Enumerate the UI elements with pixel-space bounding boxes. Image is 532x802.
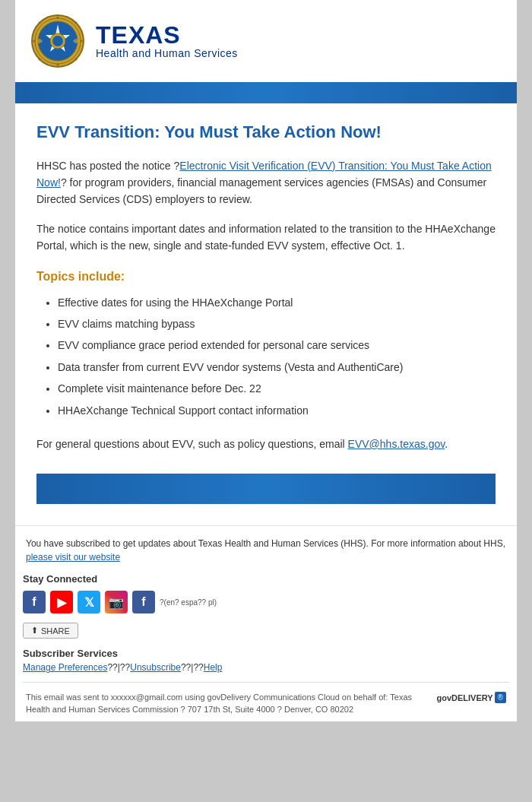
svg-point-10 xyxy=(39,22,41,24)
instagram-icon[interactable]: 📷 xyxy=(105,591,128,613)
topics-heading: Topics include: xyxy=(36,270,496,284)
visit-website-link[interactable]: please visit our website xyxy=(26,552,120,563)
footer-bottom-text: This email was sent to xxxxxx@gmail.com … xyxy=(26,692,427,715)
subscriber-links: Manage Preferences??|??Unsubscribe??|??H… xyxy=(23,662,509,673)
email-header: TEXAS Health and Human Services xyxy=(15,0,517,82)
unsubscribe-link[interactable]: Unsubscribe xyxy=(130,662,181,673)
body-paragraph: The notice contains important dates and … xyxy=(36,220,496,255)
closing-after-link: . xyxy=(445,438,448,450)
stay-connected-label: Stay Connected xyxy=(23,573,509,585)
footer-divider xyxy=(23,682,509,683)
youtube-icon[interactable]: ▶ xyxy=(50,591,73,613)
intro-before-link: HHSC has posted the notice ? xyxy=(36,160,179,172)
svg-point-11 xyxy=(75,59,78,61)
footer-bottom: This email was sent to xxxxxx@gmail.com … xyxy=(23,692,509,715)
svg-point-7 xyxy=(57,64,59,66)
evv-email-link[interactable]: EVV@hhs.texas.gov xyxy=(348,438,445,450)
email-container: TEXAS Health and Human Services EVV Tran… xyxy=(15,0,517,721)
facebook-icon[interactable]: f xyxy=(23,591,46,613)
list-item: EVV compliance grace period extended for… xyxy=(58,337,496,353)
page-title: EVV Transition: You Must Take Action Now… xyxy=(36,122,496,144)
closing-before-link: For general questions about EVV, such as… xyxy=(36,438,348,450)
facebook2-icon[interactable]: f xyxy=(132,591,155,613)
svg-point-13 xyxy=(39,59,41,61)
share-button[interactable]: ⬆ SHARE xyxy=(23,623,78,639)
twitter-icon[interactable]: 𝕏 xyxy=(78,591,100,613)
subscriber-services-label: Subscriber Services xyxy=(23,648,509,659)
svg-point-5 xyxy=(52,36,63,46)
share-label: SHARE xyxy=(41,626,70,636)
share-icon: ⬆ xyxy=(31,626,38,636)
intro-paragraph: HHSC has posted the notice ?Electronic V… xyxy=(36,157,496,208)
footer-subscription-text: You have subscribed to get updates about… xyxy=(23,537,509,564)
govdelivery-text: govDELIVERY xyxy=(436,693,492,702)
logo-texas-text: TEXAS xyxy=(96,23,238,47)
social-icons-row: f ▶ 𝕏 📷 f ?(en? espa?? pl) xyxy=(23,591,509,613)
svg-point-8 xyxy=(33,40,36,43)
intro-after-link: ? for program providers, financial manag… xyxy=(36,176,486,205)
manage-preferences-link[interactable]: Manage Preferences xyxy=(23,662,107,673)
sep1: ??|?? xyxy=(107,662,130,673)
topics-list: Effective dates for using the HHAeXchang… xyxy=(36,294,496,419)
list-item: HHAeXchange Technical Support contact in… xyxy=(58,402,496,419)
govdelivery-logo: govDELIVERY® xyxy=(436,692,506,703)
footer-section: You have subscribed to get updates about… xyxy=(15,525,517,721)
logo-hhs-text: Health and Human Services xyxy=(96,47,238,59)
svg-point-6 xyxy=(57,17,59,19)
list-item: EVV claims matching bypass xyxy=(58,315,496,332)
govdelivery-badge: ® xyxy=(495,692,506,703)
help-link[interactable]: Help xyxy=(204,662,223,673)
logo-seal xyxy=(30,14,85,68)
list-item: Data transfer from current EVV vendor sy… xyxy=(58,359,496,376)
page-wrapper: TEXAS Health and Human Services EVV Tran… xyxy=(0,0,532,721)
logo-text-block: TEXAS Health and Human Services xyxy=(96,23,238,59)
bottom-banner-bar xyxy=(36,474,496,504)
sep2: ??|?? xyxy=(181,662,204,673)
main-content: EVV Transition: You Must Take Action Now… xyxy=(15,103,517,525)
subscription-text: You have subscribed to get updates about… xyxy=(26,538,505,549)
social-extra-text: ?(en? espa?? pl) xyxy=(160,598,217,607)
banner-bar xyxy=(15,82,517,103)
svg-point-9 xyxy=(81,40,83,43)
closing-paragraph: For general questions about EVV, such as… xyxy=(36,436,496,452)
svg-point-12 xyxy=(75,22,78,24)
list-item: Effective dates for using the HHAeXchang… xyxy=(58,294,496,311)
list-item: Complete visit maintenance before Dec. 2… xyxy=(58,380,496,397)
